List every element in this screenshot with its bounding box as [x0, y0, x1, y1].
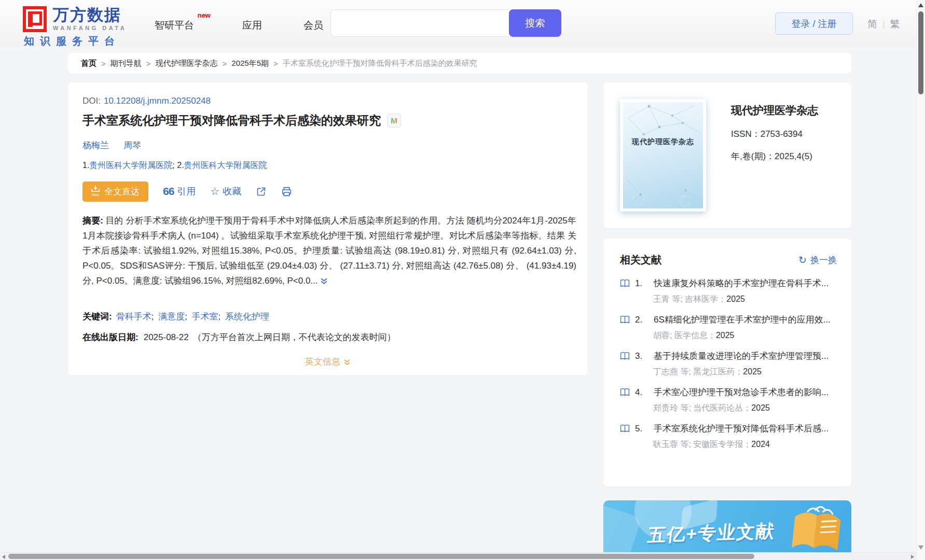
related-articles-card: 相关文献 ↻ 换一换 1. 快速康复外科策略的手术室护理在骨科手术... 王青 …	[603, 239, 851, 486]
horizontal-scrollbar-thumb[interactable]	[8, 554, 754, 559]
lang-simplified[interactable]: 简	[867, 18, 877, 31]
breadcrumb-journal[interactable]: 现代护理医学杂志	[156, 59, 218, 68]
related-articles-list: 1. 快速康复外科策略的手术室护理在骨科手术... 王青 等; 吉林医学；202…	[603, 267, 851, 450]
lang-traditional[interactable]: 繁	[890, 18, 900, 31]
breadcrumb-separator: >	[273, 59, 278, 68]
doi-label: DOI:	[82, 96, 101, 106]
online-pubdate-row: 在线出版日期:2025-08-22（万方平台首次上网日期，不代表论文的发表时间）	[82, 331, 396, 343]
free-download-icon: free	[91, 186, 100, 197]
share-icon	[256, 186, 267, 197]
journal-info-card: 现代护理医学杂志 现代护理医学杂志 ISSN：2753-6394 年,卷(期)：…	[603, 82, 851, 228]
scroll-left-arrow-icon[interactable]	[2, 555, 5, 559]
keyword-link[interactable]: 手术室	[192, 312, 218, 321]
keyword-separator: ;	[185, 312, 187, 321]
related-article-meta: 丁志燕 等; 黑龙江医药；2025	[653, 367, 837, 377]
medical-badge-icon: M	[387, 114, 401, 128]
breadcrumb-current: 手术室系统化护理干预对降低骨科手术后感染的效果研究	[283, 59, 477, 68]
refresh-related-button[interactable]: ↻ 换一换	[798, 254, 837, 266]
pubdate-label: 在线出版日期:	[82, 332, 139, 342]
search-button[interactable]: 搜索	[509, 9, 561, 37]
new-badge: new	[198, 11, 211, 19]
open-book-icon	[787, 500, 847, 556]
related-articles-title: 相关文献	[620, 253, 661, 267]
abstract-paragraph: 摘要:目的 分析手术室系统化护理干预用于骨科手术中对降低病人术后感染率所起到的作…	[82, 213, 576, 289]
expand-abstract-icon[interactable]	[320, 274, 328, 289]
related-article-link[interactable]: 基于持续质量改进理论的手术室护理管理预...	[654, 350, 837, 362]
affiliation-number: 2.	[177, 161, 184, 170]
favorite-button[interactable]: ☆ 收藏	[210, 185, 241, 198]
affiliation-list: 1.贵州医科大学附属医院; 2.贵州医科大学附属医院	[82, 160, 267, 171]
search-box	[330, 9, 509, 37]
wanfang-article-page: 万方数据 WANFANG DATA 知识服务平台 智研平台 new 应用 会员 …	[0, 0, 925, 560]
doi-link[interactable]: 10.12208/j.jmnm.20250248	[104, 96, 211, 106]
related-article-link[interactable]: 快速康复外科策略的手术室护理在骨科手术...	[654, 277, 837, 289]
breadcrumb-issue[interactable]: 2025年5期	[231, 59, 269, 68]
refresh-icon: ↻	[798, 255, 807, 265]
language-switcher: 简 | 繁	[867, 18, 900, 31]
keyword-link[interactable]: 系统化护理	[225, 312, 269, 321]
author-link[interactable]: 杨梅兰	[82, 139, 109, 151]
cover-network-pattern	[623, 102, 703, 208]
related-article-number: 3.	[635, 351, 648, 361]
wanfang-logo[interactable]: 万方数据 WANFANG DATA	[23, 6, 127, 32]
article-detail-card: DOI:10.12208/j.jmnm.20250248 手术室系统化护理干预对…	[68, 82, 588, 375]
breadcrumb-separator: >	[146, 59, 151, 68]
lang-divider: |	[882, 19, 885, 30]
affiliation-link[interactable]: 贵州医科大学附属医院	[184, 161, 267, 170]
breadcrumb-separator: >	[223, 59, 227, 68]
related-article-link[interactable]: 手术室心理护理干预对急诊手术患者的影响...	[654, 386, 837, 398]
related-article-meta: 王青 等; 吉林医学；2025	[653, 294, 837, 305]
related-article-item: 5. 手术室系统化护理干预对降低骨科手术后感... 耿玉蓉 等; 安徽医专学报；…	[620, 423, 837, 450]
keyword-separator: ;	[218, 312, 221, 321]
login-register-button[interactable]: 登录 / 注册	[775, 12, 853, 35]
journal-cover-title: 现代护理医学杂志	[623, 137, 703, 147]
breadcrumb-home[interactable]: 首页	[81, 59, 96, 68]
print-button[interactable]	[281, 186, 292, 197]
keyword-link[interactable]: 骨科手术	[116, 312, 151, 321]
search-input[interactable]	[331, 10, 509, 36]
related-article-link[interactable]: 6S精细化护理管理在手术室护理中的应用效...	[654, 314, 837, 326]
share-button[interactable]	[256, 186, 267, 197]
english-info-toggle[interactable]: 英文信息	[305, 356, 351, 368]
keyword-link[interactable]: 满意度	[158, 312, 185, 321]
affiliation-link[interactable]: 贵州医科大学附属医院	[89, 161, 172, 170]
vertical-scrollbar[interactable]	[916, 0, 925, 560]
breadcrumb-journal-nav[interactable]: 期刊导航	[111, 59, 142, 68]
related-article-number: 4.	[635, 387, 648, 398]
keywords-row: 关键词:骨科手术; 满意度; 手术室; 系统化护理	[82, 311, 269, 323]
related-article-meta: 胡蓉; 医学信息；2025	[653, 330, 837, 341]
related-article-item: 2. 6S精细化护理管理在手术室护理中的应用效... 胡蓉; 医学信息；2025	[620, 314, 837, 341]
scroll-right-arrow-icon[interactable]	[911, 555, 914, 559]
related-article-number: 1.	[635, 278, 648, 289]
cite-button[interactable]: 66 引用	[163, 185, 196, 198]
nav-applications[interactable]: 应用	[242, 19, 262, 32]
book-icon	[620, 388, 630, 397]
brand-tagline: 知识服务平台	[24, 34, 120, 48]
horizontal-scrollbar[interactable]	[0, 552, 916, 560]
quote-icon: 66	[163, 185, 174, 198]
scroll-up-arrow-icon[interactable]	[918, 3, 923, 7]
journal-cover[interactable]: 现代护理医学杂志	[620, 99, 706, 212]
related-article-link[interactable]: 手术室系统化护理干预对降低骨科手术后感...	[654, 423, 837, 435]
author-link[interactable]: 周琴	[123, 139, 141, 151]
book-icon	[620, 315, 630, 324]
chevron-double-down-icon	[343, 358, 351, 366]
article-title: 手术室系统化护理干预对降低骨科手术后感染的效果研究	[82, 113, 381, 129]
vertical-scrollbar-thumb[interactable]	[918, 11, 923, 94]
affiliation-separator: ;	[172, 161, 174, 170]
related-article-number: 5.	[635, 424, 648, 434]
brand-name-cn: 万方数据	[53, 6, 127, 24]
related-article-meta: 郑贵玲 等; 当代医药论丛；2025	[653, 403, 837, 414]
print-icon	[281, 186, 292, 197]
wanfang-logo-icon	[23, 6, 47, 32]
nav-membership[interactable]: 会员	[303, 19, 323, 32]
breadcrumb-separator: >	[101, 59, 106, 68]
scroll-down-arrow-icon[interactable]	[918, 545, 923, 550]
related-article-number: 2.	[635, 315, 648, 325]
star-icon: ☆	[210, 185, 219, 198]
related-article-item: 3. 基于持续质量改进理论的手术室护理管理预... 丁志燕 等; 黑龙江医药；2…	[620, 350, 837, 377]
abstract-text: 目的 分析手术室系统化护理干预用于骨科手术中对降低病人术后感染率所起到的作用。方…	[82, 216, 576, 286]
fulltext-button[interactable]: free 全文直达	[82, 181, 148, 202]
nav-zhiyan-platform[interactable]: 智研平台 new	[155, 19, 194, 32]
promo-banner[interactable]: 五亿+专业文献	[603, 500, 851, 558]
